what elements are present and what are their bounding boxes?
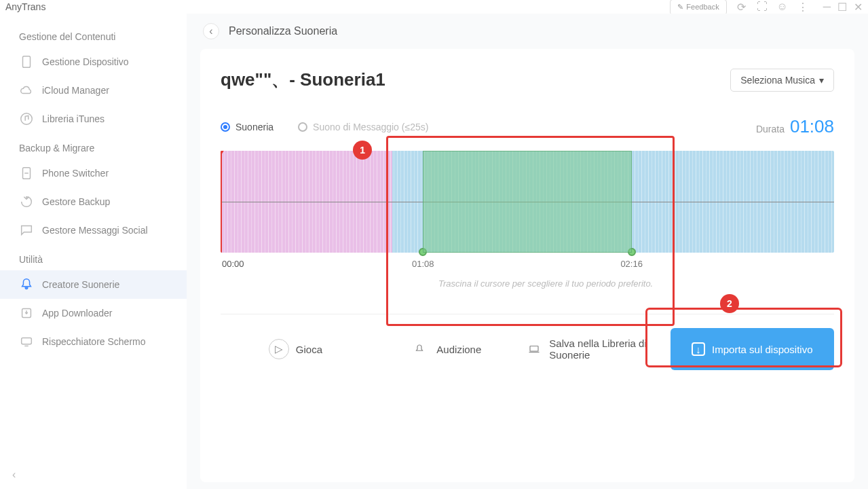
sidebar-item-label: Rispecchiatore Schermo (42, 336, 146, 347)
app-name: AnyTrans (5, 1, 45, 12)
cloud-icon (19, 83, 34, 98)
play-button[interactable]: ▷ Gioca (221, 328, 371, 370)
save-library-label: Salva nella Libreria di Suonerie (549, 338, 664, 361)
waveform-area: 1 00:00 01:08 02:16 Trascina il cursore … (221, 151, 834, 253)
title-row: qwe""、- Suoneria1 Seleziona Musica ▾ (221, 68, 834, 92)
annotation-badge-1: 1 (353, 141, 372, 160)
sidebar-item-itunes[interactable]: Libreria iTunes (0, 105, 187, 133)
gift-icon[interactable]: ⛶ (757, 1, 768, 12)
bell-icon (19, 277, 34, 292)
selection-range[interactable] (423, 151, 631, 253)
laptop-icon (526, 339, 543, 359)
svg-rect-0 (23, 56, 31, 68)
top-icons: ⟳ ⛶ ☺ ⋮ (736, 1, 808, 12)
sidebar-section-backup: Backup & Migrare (0, 137, 187, 159)
song-title: qwe""、- Suoneria1 (221, 68, 385, 92)
feedback-icon: ✎ (677, 3, 683, 12)
menu-icon[interactable]: ⋮ (797, 1, 808, 12)
sidebar-item-label: Libreria iTunes (42, 113, 105, 124)
svg-point-1 (21, 113, 33, 125)
play-icon: ▷ (269, 339, 289, 359)
sidebar-item-label: Phone Switcher (42, 168, 109, 179)
breadcrumb-text: Personalizza Suoneria (229, 25, 337, 37)
sidebar-item-label: Creatore Suonerie (42, 279, 119, 290)
radio-message-sound[interactable]: Suono di Messaggio (≤25s) (298, 122, 428, 132)
playhead-time: 00:00 (222, 259, 244, 269)
type-row: Suoneria Suono di Messaggio (≤25s) Durat… (221, 116, 834, 137)
audition-button[interactable]: Audizione (371, 328, 521, 370)
close-icon[interactable]: ✕ (854, 1, 863, 14)
window-controls: ─ ☐ ✕ (823, 1, 863, 14)
duration-label: Durata (756, 124, 785, 134)
save-library-button[interactable]: Salva nella Libreria di Suonerie (521, 328, 671, 370)
sidebar-item-backup-manager[interactable]: Gestore Backup (0, 187, 187, 216)
bell-outline-icon (409, 339, 430, 359)
selection-end-time: 02:16 (620, 259, 643, 269)
radio-message-label: Suono di Messaggio (≤25s) (313, 122, 428, 132)
sidebar-item-label: Gestore Messaggi Social (42, 225, 148, 236)
sidebar-section-content: Gestione del Contenuti (0, 26, 187, 48)
sidebar-item-screen-mirror[interactable]: Rispecchiatore Schermo (0, 327, 187, 356)
sidebar-item-phone-switcher[interactable]: Phone Switcher (0, 159, 187, 187)
sidebar-item-label: Gestore Backup (42, 196, 110, 207)
radio-ringtone[interactable]: Suoneria (221, 122, 273, 132)
radio-unselected-icon (298, 122, 307, 132)
phone-icon (19, 54, 34, 69)
mirror-icon (19, 334, 34, 349)
svg-rect-5 (530, 346, 538, 352)
duration-value: 01:08 (790, 116, 834, 137)
sidebar-item-social-messages[interactable]: Gestore Messaggi Social (0, 216, 187, 244)
sidebar-item-label: iCloud Manager (42, 85, 109, 96)
sidebar-item-label: App Downloader (42, 308, 113, 319)
breadcrumb: ‹ Personalizza Suoneria (187, 14, 868, 49)
selection-start-time: 01:08 (412, 259, 434, 269)
user-icon[interactable]: ☺ (777, 1, 788, 12)
backup-icon (19, 194, 34, 209)
radio-selected-icon (221, 122, 230, 132)
editor-panel: qwe""、- Suoneria1 Seleziona Musica ▾ Suo… (200, 49, 854, 482)
sidebar-item-icloud[interactable]: iCloud Manager (0, 76, 187, 105)
select-music-label: Seleziona Musica (740, 75, 815, 86)
play-label: Gioca (296, 344, 322, 355)
svg-rect-4 (22, 338, 32, 344)
actions-row: ▷ Gioca Audizione Salva nella Libreria d… (221, 314, 834, 370)
maximize-icon[interactable]: ☐ (837, 1, 847, 14)
switcher-icon (19, 166, 34, 181)
drag-hint: Trascina il cursore per scegliere il tuo… (398, 278, 693, 289)
download-icon (19, 306, 34, 321)
import-device-button[interactable]: ↓ Importa sul dispositivo (671, 328, 834, 370)
sidebar-item-ringtone-maker[interactable]: Creatore Suonerie (0, 270, 187, 299)
select-music-button[interactable]: Seleziona Musica ▾ (730, 69, 834, 92)
duration: Durata 01:08 (756, 116, 834, 137)
collapse-chevron-icon[interactable]: ‹ (12, 469, 16, 481)
chevron-down-icon: ▾ (819, 75, 824, 86)
annotation-badge-2: 2 (720, 294, 739, 313)
sidebar: Gestione del Contenuti Gestione Disposit… (0, 14, 187, 489)
music-icon (19, 111, 34, 126)
sidebar-item-device-manager[interactable]: Gestione Dispositivo (0, 48, 187, 76)
content: ‹ Personalizza Suoneria qwe""、- Suoneria… (187, 14, 868, 489)
audition-label: Audizione (436, 344, 481, 355)
back-button[interactable]: ‹ (203, 23, 219, 39)
sidebar-item-label: Gestione Dispositivo (42, 56, 129, 67)
topbar: AnyTrans ✎ Feedback ⟳ ⛶ ☺ ⋮ ─ ☐ ✕ (0, 0, 868, 14)
import-device-label: Importa sul dispositivo (712, 344, 812, 355)
sidebar-section-utility: Utilità (0, 249, 187, 270)
feedback-button[interactable]: ✎ Feedback (670, 0, 726, 15)
refresh-icon[interactable]: ⟳ (736, 1, 747, 12)
radio-ringtone-label: Suoneria (235, 122, 273, 132)
feedback-label: Feedback (686, 3, 719, 11)
minimize-icon[interactable]: ─ (823, 1, 831, 14)
topbar-right: ✎ Feedback ⟳ ⛶ ☺ ⋮ ─ ☐ ✕ (670, 0, 863, 15)
main: Gestione del Contenuti Gestione Disposit… (0, 14, 868, 489)
playhead[interactable] (221, 151, 222, 253)
device-import-icon: ↓ (692, 342, 705, 356)
sidebar-item-app-downloader[interactable]: App Downloader (0, 299, 187, 327)
waveform[interactable] (221, 151, 834, 253)
chat-icon (19, 223, 34, 238)
